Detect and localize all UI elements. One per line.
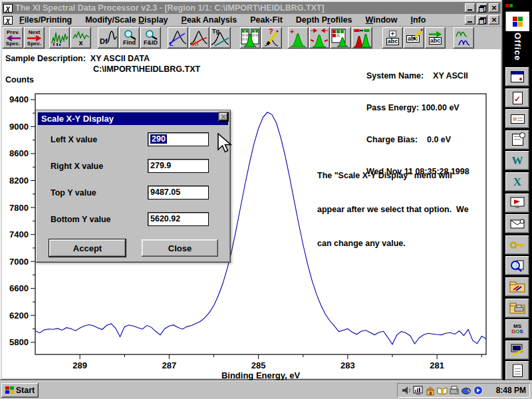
task-clipboard-icon: ✓ (513, 92, 523, 104)
spectrum-icon (72, 31, 90, 39)
find-and-identify-button[interactable]: F&ID (140, 27, 161, 49)
derivative-button[interactable]: Df (98, 27, 118, 49)
tangent-background-button[interactable]: Tg (210, 27, 231, 49)
office-shortcut-bar: Office ✓ W X (503, 0, 532, 380)
minimize-button[interactable] (465, 3, 475, 13)
system-tools-button[interactable] (505, 340, 529, 360)
excel-button[interactable]: X (505, 172, 529, 192)
menu-text: Peak-Fit (250, 15, 283, 25)
presentation-button[interactable] (505, 194, 529, 213)
menu-text: ofiles (331, 15, 352, 25)
close-button-dialog[interactable]: Close (142, 239, 218, 257)
print-document-button[interactable] (505, 299, 529, 318)
sh-label: Sh (191, 41, 199, 47)
pencil-icon (412, 29, 423, 41)
house-icon[interactable] (425, 385, 436, 396)
peak-table-button[interactable] (331, 27, 351, 49)
find-peaks-button[interactable]: Find (119, 27, 140, 49)
office-logo-icon (504, 0, 531, 11)
plus-icon: + (389, 31, 396, 37)
new-journal-button[interactable] (505, 130, 529, 150)
table-peak-icon (241, 29, 259, 47)
office-key-button[interactable] (505, 235, 529, 255)
toolbar: Prev. Spec. Next Spec. x Df (2, 27, 501, 49)
prev-spectrum-button[interactable]: Prev. Spec. (3, 27, 23, 49)
menu-files-printing[interactable]: Files/Printing (13, 15, 78, 25)
overlay-spectra-button[interactable] (49, 27, 70, 49)
magnifier-icon (143, 30, 159, 40)
sample-file-path: C:\IMPORT\HEIDLBRG.TXT (93, 65, 200, 74)
mdi-restore-button[interactable] (477, 15, 487, 25)
office-tab-button[interactable] (505, 11, 529, 31)
next-label2: Spec. (27, 41, 41, 47)
notepad-icon (513, 364, 523, 377)
menu-text: nfo (413, 15, 426, 25)
start-button[interactable]: Start (1, 383, 39, 398)
right-x-input[interactable]: 279.9 (148, 159, 209, 173)
multiply-spectrum-button[interactable]: x (70, 27, 91, 49)
mdi-minimize-button[interactable] (465, 15, 475, 25)
new-task-button[interactable]: ✓ (505, 88, 529, 108)
ms-dos-button[interactable]: MS DOS (505, 319, 529, 338)
menu-text: eak Analysis (187, 15, 237, 25)
mouse-cursor-icon (217, 133, 233, 154)
menu-peak-analysis[interactable]: Peak Analysis (175, 15, 244, 25)
menu-depth-profiles[interactable]: Depth Profiles (289, 15, 359, 25)
move-annotation-button[interactable]: abc (425, 27, 446, 49)
abc-label: abc (386, 38, 400, 45)
computer-pencil-icon (510, 344, 525, 356)
peak-id-help-button[interactable]: ? (261, 27, 282, 49)
window-title: The XI Spectral Data Processor v2.3 - [R… (15, 3, 465, 13)
new-appointment-button[interactable] (505, 67, 529, 86)
dialog-close-icon[interactable] (218, 112, 229, 122)
next-spectrum-button[interactable]: Next Spec. (24, 27, 45, 49)
titlebar[interactable]: The XI Spectral Data Processor v2.3 - [R… (2, 2, 501, 14)
add-peak-button[interactable]: + (288, 27, 309, 49)
compare-spectra-button[interactable] (454, 27, 474, 49)
volume-icon[interactable] (401, 385, 412, 396)
scale-xy-display-dialog: Scale X-Y Display Left X value 290 Right… (35, 110, 231, 263)
spectra-icon (51, 29, 68, 47)
new-message-button[interactable] (505, 214, 529, 233)
menubar: Files/Printing Modify/Scale Display Peak… (2, 14, 501, 27)
messenger-badge-icon[interactable] (473, 385, 483, 396)
quant-table-button[interactable] (240, 27, 261, 49)
gamepad-icon[interactable] (461, 385, 471, 396)
add-annotation-button[interactable]: + abc (382, 27, 403, 49)
key-icon (509, 241, 525, 249)
menu-info[interactable]: Info (404, 15, 432, 25)
l-label: L (170, 41, 174, 47)
restore-button[interactable] (477, 3, 487, 13)
book-icon[interactable] (437, 385, 448, 396)
peak-width-button[interactable] (309, 27, 330, 49)
taskbar-clock[interactable]: 8:48 PM (496, 386, 526, 395)
menu-accel: D (138, 15, 144, 25)
open-document-button[interactable] (505, 277, 529, 297)
mdi-close-button[interactable] (489, 15, 499, 25)
new-contact-button[interactable] (505, 109, 529, 128)
swap-peaks-button[interactable] (352, 27, 372, 49)
y-axis-title: Counts (5, 75, 34, 84)
word-button[interactable]: W (505, 151, 529, 170)
menu-modify-scale-display[interactable]: Modify/Scale Display (78, 15, 174, 25)
left-x-input[interactable]: 290 (148, 132, 209, 146)
menu-window[interactable]: Window (359, 15, 404, 25)
notepad-button[interactable] (505, 361, 529, 380)
edit-annotation-button[interactable]: abc (404, 27, 424, 49)
bottom-y-input[interactable]: 5620.92 (148, 212, 209, 226)
dialog-titlebar[interactable]: Scale X-Y Display (38, 112, 228, 125)
close-button[interactable] (489, 3, 499, 13)
top-y-input[interactable]: 9487.05 (148, 186, 209, 200)
fax-icon[interactable] (449, 385, 460, 396)
prev-label2: Spec. (6, 41, 20, 47)
display-chart-icon[interactable] (413, 385, 424, 396)
green-arrow-icon (428, 31, 443, 37)
menu-peak-fit[interactable]: Peak-Fit (243, 15, 289, 25)
linear-background-button[interactable]: L (168, 27, 188, 49)
find-label: Find (123, 40, 136, 46)
contact-card-icon (511, 114, 525, 124)
accept-button[interactable]: Accept (49, 239, 126, 257)
shirley-background-button[interactable]: Sh (189, 27, 209, 49)
menu-text: Depth P (296, 15, 327, 25)
find-document-button[interactable] (505, 256, 529, 275)
